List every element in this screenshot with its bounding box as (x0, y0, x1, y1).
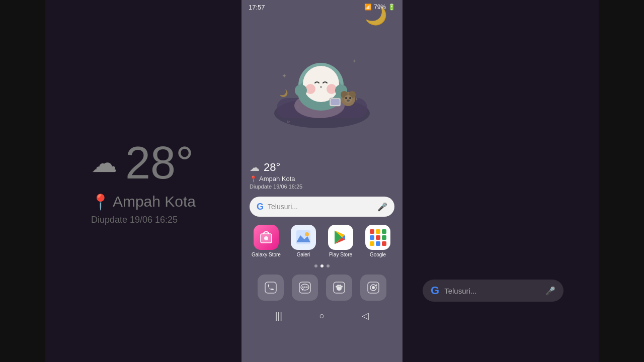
svg-point-24 (347, 100, 350, 102)
svg-point-22 (345, 97, 347, 99)
cloud-icon: ☁ (250, 161, 260, 173)
nav-back-button[interactable]: ◁ (362, 310, 369, 321)
status-icons: 📶 79% 🔋 (364, 4, 395, 11)
navigation-bar: ||| ○ ◁ (242, 305, 403, 327)
app-grid: Galaxy Store Galeri (242, 221, 403, 261)
character-illustration: ✦ ✦ ⊳ ✦ ⊳ (267, 10, 377, 131)
svg-point-50 (376, 285, 377, 286)
status-time: 17:57 (249, 4, 265, 11)
dock-paw[interactable] (326, 275, 352, 301)
page-dots (242, 261, 403, 270)
status-bar: 17:57 📶 79% 🔋 (242, 0, 403, 14)
right-panel: G Telusuri... 🎤 (403, 0, 599, 362)
svg-rect-35 (265, 282, 276, 293)
svg-rect-17 (331, 99, 340, 105)
pin-icon-left: 📍 (91, 193, 110, 211)
app-play-store[interactable]: Play Store (324, 225, 357, 257)
svg-point-29 (264, 236, 268, 240)
svg-text:✦: ✦ (352, 58, 356, 64)
svg-point-14 (295, 84, 307, 97)
update-left: Diupdate 19/06 16:25 (91, 215, 178, 225)
svg-point-11 (305, 84, 315, 94)
play-store-label: Play Store (329, 252, 352, 257)
galaxy-store-icon (254, 225, 279, 250)
battery-icon: 🔋 (388, 4, 395, 11)
svg-point-46 (339, 285, 341, 287)
google-label: Google (370, 252, 386, 257)
dock-camera[interactable] (360, 275, 386, 301)
svg-point-33 (305, 232, 309, 236)
google-logo: G (257, 202, 264, 212)
content-area: ☁ 28° 📍 Ampah Kota Diupdate 19/06 16:25 … (242, 156, 403, 362)
svg-point-12 (327, 84, 337, 94)
signal-icon: 📶 (364, 4, 372, 11)
dock-row (242, 270, 403, 305)
mic-icon[interactable]: 🎤 (377, 202, 387, 212)
svg-text:✦: ✦ (355, 97, 358, 102)
nav-recents-button[interactable]: ||| (275, 311, 282, 321)
left-panel: ☁ 28° 📍 Ampah Kota Diupdate 19/06 16:25 (45, 0, 242, 362)
svg-text:🌙: 🌙 (279, 89, 288, 98)
location-pin-icon: 📍 (250, 175, 257, 183)
dot-1 (314, 264, 317, 267)
svg-point-10 (303, 66, 339, 102)
weather-widget: ☁ 28° 📍 Ampah Kota Diupdate 19/06 16:25 (242, 156, 403, 193)
svg-point-39 (304, 287, 306, 288)
g-logo-right: G (431, 284, 439, 297)
svg-point-45 (337, 285, 339, 287)
app-galaxy-store[interactable]: Galaxy Store (250, 225, 283, 257)
dock-phone[interactable] (258, 275, 284, 301)
wallpaper: 17:57 📶 79% 🔋 🌙 ✦ ✦ ⊳ ✦ ⊳ (242, 0, 403, 156)
dock-messages[interactable] (292, 275, 318, 301)
google-bar-preview: G Telusuri... 🎤 (423, 280, 564, 302)
location-name: Ampah Kota (259, 175, 295, 183)
svg-text:✦: ✦ (282, 72, 287, 79)
app-google[interactable]: Google (361, 225, 394, 257)
dot-3 (327, 264, 330, 267)
search-placeholder: Telusuri... (268, 203, 373, 211)
phone: 17:57 📶 79% 🔋 🌙 ✦ ✦ ⊳ ✦ ⊳ (242, 0, 403, 362)
svg-point-49 (372, 286, 375, 289)
search-text-right: Telusuri... (444, 287, 540, 295)
svg-text:⊳: ⊳ (287, 119, 291, 124)
svg-point-23 (349, 97, 351, 99)
battery-text: 79% (374, 4, 386, 11)
google-icon (365, 225, 390, 250)
location-row: 📍 Ampah Kota (250, 175, 394, 183)
update-timestamp: Diupdate 19/06 16:25 (250, 184, 394, 190)
svg-point-21 (344, 95, 352, 103)
play-store-icon (328, 225, 353, 250)
svg-point-40 (306, 287, 308, 288)
galaxy-store-label: Galaxy Store (252, 252, 281, 257)
nav-home-button[interactable]: ○ (319, 311, 325, 321)
location-left: 📍 Ampah Kota (91, 193, 196, 211)
cloud-icon-left: ☁ (91, 148, 117, 178)
google-search-bar[interactable]: G Telusuri... 🎤 (250, 197, 394, 217)
dot-2 (320, 264, 324, 267)
temp-left: 28° (125, 137, 194, 189)
app-galeri[interactable]: Galeri (287, 225, 320, 257)
galeri-label: Galeri (297, 252, 310, 257)
galeri-icon (291, 225, 316, 250)
temperature-display: 28° (264, 161, 280, 174)
svg-point-38 (302, 287, 304, 288)
mic-icon-right: 🎤 (545, 286, 555, 296)
svg-point-13 (320, 86, 322, 88)
